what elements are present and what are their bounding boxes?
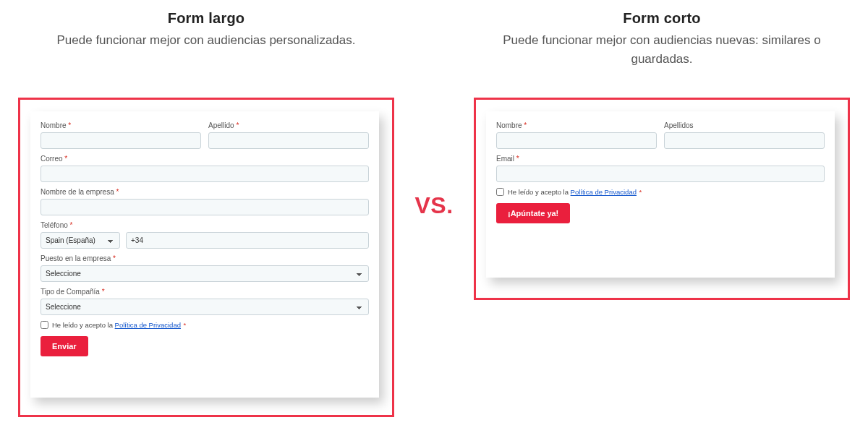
field-label: Correo *: [41, 155, 369, 163]
email-field: Correo *: [41, 155, 369, 182]
first-name-field: Nombre *: [41, 121, 201, 149]
field-label: Tipo de Compañía *: [41, 288, 369, 296]
company-type-field: Tipo de Compañía * Seleccione: [41, 288, 369, 315]
consent-text: He leído y acepto la Política de Privaci…: [52, 321, 186, 329]
vs-label: VS.: [414, 192, 453, 219]
heading-title: Form corto: [474, 10, 850, 27]
email-field: Email *: [496, 155, 825, 182]
field-label: Nombre de la empresa *: [41, 188, 369, 196]
privacy-link[interactable]: Política de Privacidad: [115, 321, 181, 329]
privacy-consent[interactable]: He leído y acepto la Política de Privaci…: [496, 188, 825, 196]
short-form-card: Nombre * Apellidos Email * He leído y ac…: [486, 111, 835, 278]
field-label: Nombre *: [41, 121, 201, 129]
privacy-link[interactable]: Política de Privacidad: [571, 188, 637, 196]
field-label: Nombre *: [496, 121, 657, 129]
short-form-frame: Nombre * Apellidos Email * He leído y ac…: [474, 98, 850, 300]
role-field: Puesto en la empresa * Seleccione: [41, 254, 369, 282]
field-label: Apellido *: [208, 121, 369, 129]
phone-country-select[interactable]: Spain (España): [41, 232, 120, 249]
consent-text: He leído y acepto la Política de Privaci…: [508, 188, 642, 196]
long-form-card: Nombre * Apellido * Correo * Nombre de l…: [30, 111, 379, 398]
field-label: Apellidos: [664, 121, 825, 129]
heading-form-corto: Form corto Puede funcionar mejor con aud…: [474, 10, 850, 69]
last-name-field: Apellidos: [664, 121, 825, 149]
privacy-checkbox[interactable]: [41, 321, 48, 329]
heading-description: Puede funcionar mejor con audiencias per…: [18, 31, 394, 50]
long-form-frame: Nombre * Apellido * Correo * Nombre de l…: [18, 98, 394, 417]
field-label: Puesto en la empresa *: [41, 254, 369, 262]
field-label: Teléfono *: [41, 221, 369, 229]
last-name-input[interactable]: [208, 132, 369, 149]
first-name-input[interactable]: [41, 132, 201, 149]
email-input[interactable]: [496, 166, 825, 182]
phone-number-input[interactable]: [126, 232, 369, 249]
role-select[interactable]: Seleccione: [41, 265, 369, 282]
company-field: Nombre de la empresa *: [41, 188, 369, 215]
heading-title: Form largo: [18, 10, 394, 27]
privacy-consent[interactable]: He leído y acepto la Política de Privaci…: [41, 321, 369, 329]
first-name-field: Nombre *: [496, 121, 657, 149]
email-input[interactable]: [41, 166, 369, 182]
submit-button[interactable]: ¡Apúntate ya!: [496, 203, 570, 223]
heading-form-largo: Form largo Puede funcionar mejor con aud…: [18, 10, 394, 50]
heading-description: Puede funcionar mejor con audiencias nue…: [474, 31, 850, 69]
company-input[interactable]: [41, 199, 369, 215]
submit-button[interactable]: Enviar: [41, 336, 88, 356]
last-name-input[interactable]: [664, 132, 825, 149]
phone-field: Teléfono * Spain (España): [41, 221, 369, 249]
privacy-checkbox[interactable]: [496, 188, 504, 196]
field-label: Email *: [496, 155, 825, 163]
last-name-field: Apellido *: [208, 121, 369, 149]
first-name-input[interactable]: [496, 132, 657, 149]
company-type-select[interactable]: Seleccione: [41, 299, 369, 315]
